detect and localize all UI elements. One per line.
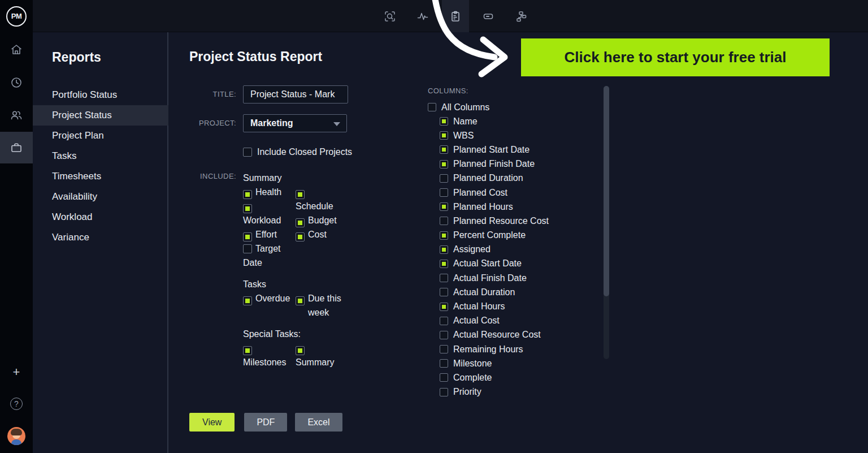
column-option-percent-complete[interactable]: Percent Complete <box>440 228 597 243</box>
checkbox-unchecked[interactable] <box>440 373 448 382</box>
sidebar-item-portfolio-status[interactable]: Portfolio Status <box>33 85 168 105</box>
checkbox-row[interactable]: Due this week <box>296 291 344 320</box>
checkbox-checked[interactable] <box>243 190 252 199</box>
user-avatar[interactable] <box>0 420 33 452</box>
column-option-planned-hours[interactable]: Planned Hours <box>440 200 597 214</box>
checkbox-row[interactable]: Cost <box>296 227 344 241</box>
column-option-remaining-hours[interactable]: Remaining Hours <box>440 342 597 356</box>
checkbox-unchecked[interactable] <box>440 174 448 183</box>
plus-icon: + <box>13 365 20 379</box>
checkbox-row[interactable]: Workload <box>243 199 292 227</box>
checkbox-row[interactable]: Overdue <box>243 291 292 305</box>
clock-icon[interactable] <box>0 67 33 98</box>
sidebar-item-timesheets[interactable]: Timesheets <box>33 166 168 187</box>
column-option-label: Actual Finish Date <box>453 273 527 283</box>
checkbox-checked[interactable] <box>243 232 252 241</box>
column-option-name[interactable]: Name <box>440 114 597 128</box>
checkbox-checked[interactable] <box>243 204 252 213</box>
checkbox-checked[interactable] <box>296 232 305 241</box>
add-button[interactable]: + <box>0 356 33 388</box>
column-option-actual-resource-cost[interactable]: Actual Resource Cost <box>440 328 597 342</box>
column-option-actual-start-date[interactable]: Actual Start Date <box>440 257 597 271</box>
checkbox-checked[interactable] <box>440 231 448 240</box>
checkbox-checked[interactable] <box>243 346 252 355</box>
projects-briefcase-icon[interactable] <box>0 132 33 163</box>
report-title-input[interactable] <box>243 85 348 103</box>
checkbox-unchecked[interactable] <box>440 288 448 296</box>
excel-button[interactable]: Excel <box>295 413 342 432</box>
column-option-actual-finish-date[interactable]: Actual Finish Date <box>440 271 597 285</box>
checkbox-unchecked[interactable] <box>440 359 448 368</box>
column-option-planned-finish-date[interactable]: Planned Finish Date <box>440 157 597 171</box>
checkbox-row[interactable]: Milestones <box>243 341 292 369</box>
column-option-planned-cost[interactable]: Planned Cost <box>440 185 597 200</box>
column-option-planned-duration[interactable]: Planned Duration <box>440 171 597 185</box>
activity-icon[interactable] <box>409 0 436 32</box>
columns-scrollbar-thumb[interactable] <box>604 86 609 296</box>
checkbox-row[interactable]: Health <box>243 185 292 199</box>
all-columns-row[interactable]: All Columns <box>428 100 597 114</box>
sidebar-item-availability[interactable]: Availability <box>33 187 168 207</box>
column-option-wbs[interactable]: WBS <box>440 128 597 143</box>
sidebar-item-variance[interactable]: Variance <box>33 227 168 248</box>
checkbox-row[interactable]: Effort <box>243 227 292 241</box>
checkbox-checked[interactable] <box>440 303 448 311</box>
checkbox-checked[interactable] <box>243 296 252 305</box>
pm-logo[interactable]: PM <box>0 0 33 32</box>
checkbox-unchecked[interactable] <box>440 388 448 396</box>
checkbox-unchecked[interactable] <box>440 317 448 325</box>
view-button[interactable]: View <box>189 413 235 432</box>
checkbox-label: Workload <box>243 213 292 227</box>
checkbox-checked[interactable] <box>296 296 305 305</box>
checkbox-row[interactable]: Summary <box>296 341 344 369</box>
checkbox-checked[interactable] <box>440 160 448 169</box>
checkbox-unchecked[interactable] <box>440 217 448 225</box>
checkbox-row[interactable]: Budget <box>296 213 344 227</box>
all-columns-checkbox[interactable] <box>428 103 436 111</box>
include-closed-projects-row[interactable]: Include Closed Projects <box>243 147 352 157</box>
team-icon[interactable] <box>0 100 33 131</box>
checkbox-checked[interactable] <box>440 245 448 254</box>
checkbox-checked[interactable] <box>296 218 305 227</box>
checkbox-checked[interactable] <box>440 117 448 126</box>
column-option-assigned[interactable]: Assigned <box>440 243 597 257</box>
include-closed-checkbox[interactable] <box>243 148 252 157</box>
column-option-actual-cost[interactable]: Actual Cost <box>440 314 597 328</box>
checkbox-unchecked[interactable] <box>440 274 448 282</box>
column-option-label: Assigned <box>453 244 491 254</box>
sidebar-item-tasks[interactable]: Tasks <box>33 146 168 166</box>
checkbox-checked[interactable] <box>296 190 305 199</box>
card-icon[interactable] <box>475 0 502 32</box>
checkbox-checked[interactable] <box>440 145 448 154</box>
checkbox-checked[interactable] <box>440 131 448 140</box>
project-select[interactable]: Marketing <box>243 114 347 132</box>
checkbox-unchecked[interactable] <box>243 244 252 253</box>
column-option-actual-duration[interactable]: Actual Duration <box>440 285 597 299</box>
column-option-actual-hours[interactable]: Actual Hours <box>440 299 597 313</box>
include-column: HealthWorkloadEffortTarget Date <box>243 185 292 270</box>
help-button[interactable]: ? <box>0 388 33 420</box>
checkbox-unchecked[interactable] <box>440 331 448 339</box>
checkbox-checked[interactable] <box>440 260 448 268</box>
column-option-complete[interactable]: Complete <box>440 370 597 385</box>
select-search-icon[interactable] <box>376 0 403 32</box>
checkbox-unchecked[interactable] <box>440 345 448 353</box>
sidebar-item-workload[interactable]: Workload <box>33 207 168 227</box>
checkbox-checked[interactable] <box>440 202 448 211</box>
checkbox-unchecked[interactable] <box>440 188 448 197</box>
column-option-planned-resource-cost[interactable]: Planned Resource Cost <box>440 214 597 228</box>
free-trial-banner[interactable]: Click here to start your free trial <box>521 38 830 76</box>
pdf-button[interactable]: PDF <box>244 413 287 432</box>
checkbox-row[interactable]: Target Date <box>243 241 292 270</box>
checkbox-row[interactable]: Schedule <box>296 185 344 213</box>
sidebar-item-project-plan[interactable]: Project Plan <box>33 126 168 146</box>
workflow-icon[interactable] <box>507 0 535 32</box>
checkbox-checked[interactable] <box>296 346 305 355</box>
column-option-milestone[interactable]: Milestone <box>440 356 597 370</box>
column-option-priority[interactable]: Priority <box>440 385 597 399</box>
home-icon[interactable] <box>0 34 33 66</box>
column-option-planned-start-date[interactable]: Planned Start Date <box>440 143 597 157</box>
sidebar-item-project-status[interactable]: Project Status <box>33 105 168 126</box>
sidebar-title: Reports <box>52 50 101 65</box>
reports-clipboard-icon[interactable] <box>442 0 469 32</box>
